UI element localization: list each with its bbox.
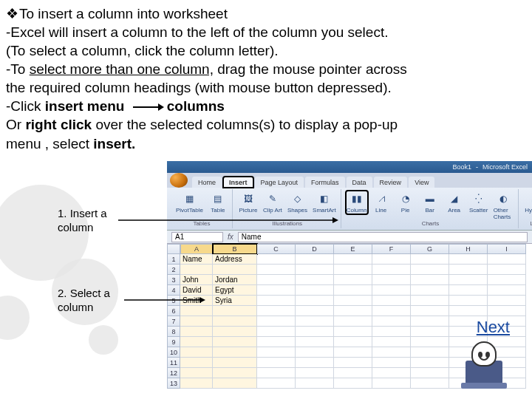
tab-data[interactable]: Data <box>347 177 372 188</box>
row-header[interactable]: 1 <box>167 254 180 265</box>
col-header-E[interactable]: E <box>334 244 372 254</box>
cell[interactable] <box>257 285 296 296</box>
cell[interactable]: John <box>180 275 213 285</box>
ribbon-scatter[interactable]: ⁛Scatter <box>468 191 490 214</box>
cell[interactable]: Name <box>180 254 213 265</box>
cell[interactable] <box>488 306 526 316</box>
cell[interactable] <box>411 368 449 378</box>
cell[interactable] <box>296 296 334 306</box>
cell[interactable] <box>296 368 334 378</box>
cell[interactable] <box>449 296 488 306</box>
cell[interactable] <box>334 368 372 378</box>
cell[interactable] <box>257 306 296 316</box>
row-header[interactable]: 2 <box>167 265 180 275</box>
cell[interactable] <box>257 316 296 327</box>
cell[interactable] <box>488 265 526 275</box>
row-header[interactable]: 8 <box>167 327 180 337</box>
ribbon-pie[interactable]: ◔Pie <box>395 191 417 214</box>
cell[interactable] <box>213 327 257 337</box>
cell[interactable] <box>411 254 449 265</box>
cell[interactable] <box>372 347 411 358</box>
cell[interactable] <box>180 358 213 368</box>
cell[interactable]: Syria <box>213 296 257 306</box>
ribbon-hyperlink[interactable]: 🔗Hyperlink <box>523 191 532 214</box>
cell[interactable] <box>257 327 296 337</box>
cell[interactable] <box>180 327 213 337</box>
cell[interactable] <box>334 254 372 265</box>
cell[interactable] <box>334 306 372 316</box>
cell[interactable] <box>296 275 334 285</box>
cell[interactable] <box>334 358 372 368</box>
cell[interactable] <box>449 265 488 275</box>
ribbon-area[interactable]: ◢Area <box>443 191 466 214</box>
cell[interactable]: Address <box>213 254 257 265</box>
cell[interactable] <box>180 347 213 358</box>
row-header[interactable]: 9 <box>167 337 180 347</box>
cell[interactable] <box>334 378 372 389</box>
cell[interactable]: Jordan <box>213 275 257 285</box>
cell[interactable] <box>372 337 411 347</box>
ribbon-other-charts[interactable]: ◐Other Charts <box>492 191 516 221</box>
cell[interactable] <box>488 254 526 265</box>
cell[interactable] <box>180 368 213 378</box>
cell[interactable] <box>372 358 411 368</box>
cell[interactable] <box>296 265 334 275</box>
tab-insert[interactable]: Insert <box>223 177 253 188</box>
row-header[interactable]: 3 <box>167 275 180 285</box>
col-header-D[interactable]: D <box>296 244 334 254</box>
col-header-G[interactable]: G <box>411 244 449 254</box>
ribbon-shapes[interactable]: ◇Shapes <box>286 191 309 214</box>
cell[interactable] <box>213 265 257 275</box>
cell[interactable] <box>334 265 372 275</box>
cell[interactable] <box>411 275 449 285</box>
cell[interactable] <box>334 316 372 327</box>
cell[interactable] <box>213 347 257 358</box>
cell[interactable] <box>372 275 411 285</box>
cell[interactable] <box>372 254 411 265</box>
col-header-I[interactable]: I <box>488 244 526 254</box>
cell[interactable] <box>411 296 449 306</box>
row-header[interactable]: 10 <box>167 347 180 358</box>
cell[interactable] <box>449 306 488 316</box>
cell[interactable] <box>372 265 411 275</box>
ribbon-column[interactable]: ▮▮Column <box>346 191 368 214</box>
cell[interactable] <box>296 285 334 296</box>
name-box[interactable]: A1 <box>171 232 223 242</box>
col-header-C[interactable]: C <box>257 244 296 254</box>
cell[interactable] <box>411 306 449 316</box>
cell[interactable] <box>257 275 296 285</box>
tab-review[interactable]: Review <box>374 177 408 188</box>
row-header[interactable]: 7 <box>167 316 180 327</box>
cell[interactable] <box>257 358 296 368</box>
formula-input[interactable]: Name <box>238 232 528 242</box>
cell[interactable] <box>213 306 257 316</box>
cell[interactable] <box>257 254 296 265</box>
cell[interactable] <box>213 337 257 347</box>
cell[interactable] <box>257 337 296 347</box>
ribbon-line[interactable]: ⩘Line <box>370 191 392 214</box>
cell[interactable] <box>257 296 296 306</box>
cell[interactable] <box>296 378 334 389</box>
ribbon-clip-art[interactable]: ✎Clip Art <box>262 191 284 214</box>
cell[interactable] <box>334 337 372 347</box>
cell[interactable] <box>180 337 213 347</box>
cell[interactable] <box>411 347 449 358</box>
cell[interactable]: Egypt <box>213 285 257 296</box>
ribbon-smartart[interactable]: ◧SmartArt <box>311 191 338 214</box>
fx-icon[interactable]: fx <box>228 233 233 241</box>
cell[interactable] <box>449 285 488 296</box>
cell[interactable] <box>180 316 213 327</box>
cell[interactable] <box>372 327 411 337</box>
tab-formulas[interactable]: Formulas <box>305 177 345 188</box>
ribbon-table[interactable]: ▤Table <box>207 191 229 214</box>
cell[interactable] <box>449 275 488 285</box>
row-header[interactable]: 13 <box>167 378 180 389</box>
cell[interactable] <box>411 265 449 275</box>
cell[interactable] <box>372 368 411 378</box>
cell[interactable] <box>257 368 296 378</box>
cell[interactable] <box>488 296 526 306</box>
cell[interactable] <box>213 368 257 378</box>
cell[interactable] <box>334 296 372 306</box>
row-header[interactable]: 11 <box>167 358 180 368</box>
row-header[interactable]: 12 <box>167 368 180 378</box>
